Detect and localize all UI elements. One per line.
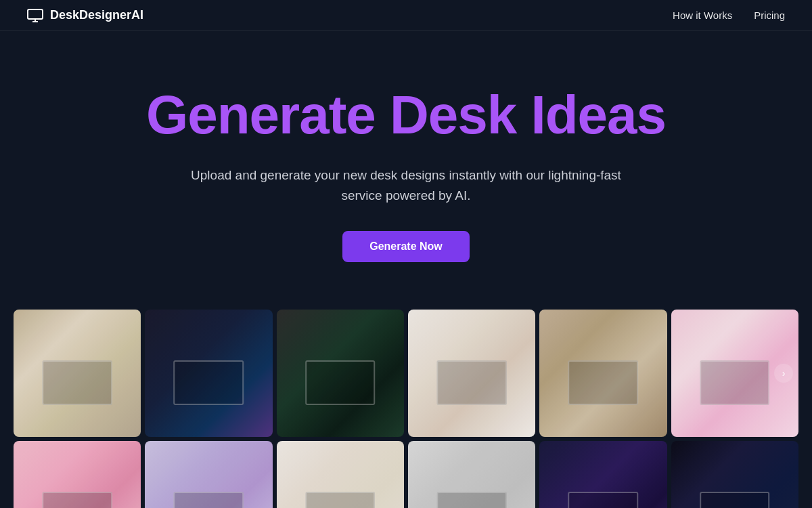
monitor-overlay xyxy=(42,492,112,508)
gallery-item[interactable] xyxy=(14,441,141,508)
gallery-next-arrow[interactable]: › xyxy=(774,364,793,383)
navbar: DeskDesignerAI How it Works Pricing xyxy=(0,0,812,31)
gallery-item[interactable] xyxy=(539,441,667,508)
monitor-overlay xyxy=(305,492,376,508)
monitor-overlay xyxy=(305,360,376,405)
gallery-item[interactable] xyxy=(277,310,404,437)
svg-rect-0 xyxy=(28,9,43,19)
hero-section: Generate Desk Ideas Upload and generate … xyxy=(0,31,812,296)
monitor-overlay xyxy=(436,492,507,508)
gallery-item[interactable] xyxy=(671,441,798,508)
monitor-icon xyxy=(27,9,43,22)
monitor-overlay xyxy=(700,492,770,508)
how-it-works-link[interactable]: How it Works xyxy=(673,9,732,21)
gallery-item[interactable] xyxy=(408,310,535,437)
monitor-overlay xyxy=(568,360,639,405)
gallery-item[interactable] xyxy=(145,310,272,437)
gallery-item[interactable] xyxy=(145,441,272,508)
gallery-item[interactable]: › xyxy=(671,310,798,437)
gallery-item[interactable] xyxy=(277,441,404,508)
monitor-overlay xyxy=(174,492,244,508)
gallery-item[interactable] xyxy=(408,441,535,508)
generate-now-button[interactable]: Generate Now xyxy=(342,231,470,262)
monitor-overlay xyxy=(700,360,770,405)
hero-subtitle: Upload and generate your new desk design… xyxy=(176,165,636,207)
logo-text: DeskDesignerAI xyxy=(50,8,143,22)
monitor-overlay xyxy=(42,360,112,405)
monitor-overlay xyxy=(568,492,639,508)
gallery-item[interactable] xyxy=(14,310,141,437)
monitor-overlay xyxy=(436,360,507,405)
hero-title: Generate Desk Ideas xyxy=(27,85,785,145)
gallery-grid: › xyxy=(0,296,812,508)
nav-links: How it Works Pricing xyxy=(673,9,785,21)
gallery-item[interactable] xyxy=(539,310,667,437)
monitor-overlay xyxy=(174,360,244,405)
pricing-link[interactable]: Pricing xyxy=(754,9,785,21)
logo-link[interactable]: DeskDesignerAI xyxy=(27,8,143,22)
